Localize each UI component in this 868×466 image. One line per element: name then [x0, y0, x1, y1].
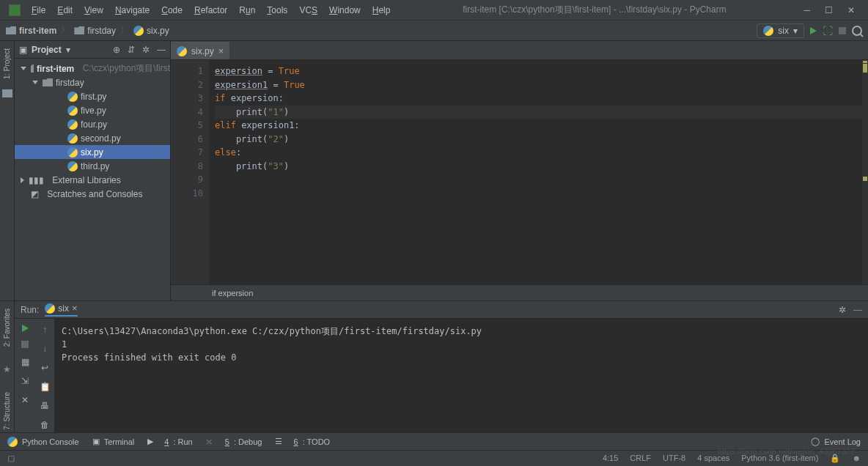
- crumb-file-label: six.py: [147, 26, 169, 36]
- menu-run[interactable]: Run: [234, 3, 260, 18]
- close-run-tab-icon[interactable]: ×: [72, 303, 78, 314]
- menu-vcs[interactable]: VCS: [294, 3, 323, 18]
- tree-file[interactable]: first.py: [15, 89, 170, 103]
- bottom-toolbar: Python Console ▣Terminal ▶ 4: Run ⛌ 5: D…: [0, 432, 868, 450]
- status-indent[interactable]: 4 spaces: [697, 454, 729, 463]
- menu-window[interactable]: Window: [324, 3, 366, 18]
- menu-tools[interactable]: Tools: [262, 3, 293, 18]
- menu-code[interactable]: Code: [156, 3, 188, 18]
- code-editor[interactable]: expersion = True expersion1 = True if ex…: [209, 60, 862, 284]
- editor-tab-label: six.py: [191, 46, 214, 56]
- bug-icon: ⛌: [206, 437, 214, 446]
- tab-todo[interactable]: ☰ 6: TODO: [275, 437, 330, 446]
- python-icon: [67, 147, 78, 158]
- search-button[interactable]: [852, 26, 862, 36]
- warning-marker[interactable]: [863, 61, 867, 63]
- run-body: ▦ ⇲ ✕ ↑ ↓ ↩ 📋 🖶 🗑 C:\Users\13427\Anacond…: [15, 319, 868, 432]
- line-gutter: 1 2 3 4 5 6 7 8 9 10: [171, 60, 209, 284]
- menu-edit[interactable]: Edit: [52, 3, 78, 18]
- tree-folder-label: firstday: [56, 78, 84, 88]
- tree-ext-lib[interactable]: ▮▮▮ External Libraries: [15, 173, 170, 187]
- status-line-ending[interactable]: CRLF: [630, 454, 651, 463]
- soft-wrap-icon[interactable]: ↩: [41, 363, 48, 373]
- tree-file[interactable]: five.py: [15, 103, 170, 117]
- collapse-icon[interactable]: ⇵: [128, 45, 135, 55]
- warning-marker[interactable]: [863, 64, 867, 73]
- tree-file[interactable]: second.py: [15, 131, 170, 145]
- sidetab-project[interactable]: 1: Project: [3, 48, 11, 79]
- status-encoding[interactable]: UTF-8: [663, 454, 685, 463]
- lock-icon[interactable]: 🔒: [830, 454, 840, 463]
- print-icon[interactable]: 🖶: [40, 401, 49, 411]
- pin-icon[interactable]: ⇲: [21, 376, 29, 386]
- tree-file[interactable]: four.py: [15, 117, 170, 131]
- breadcrumb-text[interactable]: if expersion: [212, 289, 253, 297]
- tree-file-selected[interactable]: six.py: [15, 145, 170, 159]
- menu-view[interactable]: View: [79, 3, 108, 18]
- folder-icon[interactable]: [2, 89, 12, 97]
- menu-help[interactable]: Help: [367, 3, 396, 18]
- python-icon: [133, 26, 144, 36]
- gear-icon[interactable]: ✲: [142, 45, 150, 55]
- tree-folder[interactable]: firstday: [15, 75, 170, 89]
- tab-run[interactable]: ▶ 4: Run: [147, 437, 192, 446]
- chevron-down-icon: ▾: [793, 26, 798, 36]
- crumb-file[interactable]: six.py: [133, 26, 169, 36]
- status-interpreter[interactable]: Python 3.6 (first-item): [741, 454, 818, 463]
- close-button[interactable]: ✕: [847, 5, 855, 15]
- layout-icon[interactable]: ▦: [21, 357, 29, 367]
- line-number: 8: [171, 160, 203, 174]
- crumb-folder[interactable]: firstday: [74, 26, 116, 36]
- status-cursor[interactable]: 4:15: [603, 454, 618, 463]
- layout-toggle-icon[interactable]: ▢: [7, 454, 15, 463]
- sidetab-structure[interactable]: 7: Structure: [3, 392, 11, 430]
- menu-refactor[interactable]: Refactor: [189, 3, 232, 18]
- run-tab[interactable]: six ×: [45, 303, 77, 317]
- stop-run-button[interactable]: [21, 341, 29, 348]
- run-config-select[interactable]: six ▾: [757, 23, 804, 38]
- tab-python-console[interactable]: Python Console: [7, 437, 79, 447]
- event-log-icon: ◯: [811, 437, 820, 446]
- scratches-icon: ◩: [31, 189, 39, 199]
- line-number: 10: [171, 187, 203, 201]
- tree-scratches[interactable]: ◩ Scratches and Consoles: [15, 187, 170, 201]
- maximize-button[interactable]: ☐: [825, 5, 833, 15]
- editor-tab[interactable]: six.py ×: [171, 42, 229, 59]
- rerun-button[interactable]: [22, 325, 29, 332]
- tab-debug[interactable]: ⛌ 5: Debug: [206, 437, 262, 446]
- trash-icon[interactable]: 🗑: [40, 420, 49, 430]
- run-output[interactable]: C:\Users\13427\Anaconda3\python.exe C:/c…: [54, 319, 868, 432]
- tab-terminal[interactable]: ▣Terminal: [92, 437, 135, 446]
- tab-event-log[interactable]: Event Log: [824, 437, 861, 446]
- python-icon: [67, 161, 78, 171]
- inspector-icon[interactable]: ☻: [852, 454, 861, 463]
- close-icon[interactable]: ✕: [21, 395, 29, 405]
- menu-file[interactable]: File: [26, 3, 51, 18]
- close-tab-icon[interactable]: ×: [218, 45, 224, 56]
- up-arrow-icon[interactable]: ↑: [43, 325, 47, 335]
- main-area: 1: Project ▣ Project ▾ ⊕ ⇵ ✲ — first-ite…: [0, 41, 868, 300]
- editor-area: six.py × 1 2 3 4 5 6 7 8 9 10 expersion …: [171, 41, 868, 300]
- tab-label: : Debug: [234, 437, 262, 446]
- tree-file-label: second.py: [81, 133, 121, 144]
- sidetab-favorites[interactable]: 2: Favorites: [3, 308, 11, 347]
- scroll-from-source-icon[interactable]: ⊕: [113, 45, 120, 55]
- chevron-down-icon[interactable]: ▾: [66, 45, 70, 55]
- scroll-icon[interactable]: 📋: [40, 382, 51, 392]
- tree-file[interactable]: third.py: [15, 159, 170, 173]
- run-button[interactable]: [810, 27, 817, 34]
- crumb-root[interactable]: first-item: [6, 26, 56, 36]
- tree-root[interactable]: first-item C:\czx\python项目\first: [15, 62, 170, 75]
- gear-icon[interactable]: ✲: [839, 305, 846, 315]
- warning-marker[interactable]: [863, 177, 867, 181]
- editor-tabs: six.py ×: [171, 41, 868, 60]
- titlebar: File Edit View Navigate Code Refactor Ru…: [0, 0, 868, 21]
- hide-icon[interactable]: —: [853, 305, 862, 315]
- hide-icon[interactable]: —: [157, 45, 166, 55]
- minimize-button[interactable]: ─: [803, 5, 810, 15]
- run-label: Run:: [21, 305, 39, 315]
- menu-navigate[interactable]: Navigate: [110, 3, 155, 18]
- stop-button[interactable]: [839, 27, 846, 34]
- down-arrow-icon[interactable]: ↓: [43, 344, 47, 354]
- debug-button[interactable]: ⛶: [823, 25, 833, 37]
